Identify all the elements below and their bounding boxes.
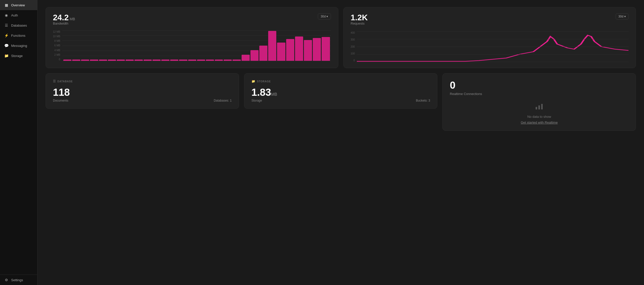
sidebar: ▦ Overview ◉ Auth ☰ Databases ⚡ Function… <box>0 0 37 285</box>
bandwidth-value: 24.2MB <box>53 13 75 22</box>
svg-rect-0 <box>536 107 537 109</box>
bar-21 <box>242 55 250 61</box>
bar-16 <box>197 60 205 61</box>
sidebar-item-auth[interactable]: ◉ Auth <box>0 10 37 20</box>
sidebar-item-functions[interactable]: ⚡ Functions <box>0 30 37 41</box>
sidebar-label-messaging: Messaging <box>11 44 27 48</box>
requests-chart: 400 300 200 100 0 <box>351 31 629 62</box>
bandwidth-chart: 12 MB 10 MB 8 MB 6 MB 4 MB 2 MB 0 <box>53 30 331 61</box>
storage-unit: MB <box>271 92 277 97</box>
bar-28 <box>304 40 312 61</box>
bar-19 <box>224 60 232 61</box>
sidebar-label-settings: Settings <box>11 278 23 282</box>
bar-6 <box>108 60 116 61</box>
bar-1 <box>63 60 71 61</box>
requests-card: 1.2K Requests 30d ▾ 400 300 200 100 0 <box>343 7 636 68</box>
storage-section-icon: 📁 <box>251 80 256 83</box>
storage-icon: 📁 <box>4 54 9 58</box>
stats-row-1: ☰ Database 118 Documents Databases: 1 📁 … <box>46 73 636 131</box>
settings-icon: ⚙ <box>4 278 9 282</box>
requests-header: 1.2K Requests 30d ▾ <box>351 13 629 29</box>
bandwidth-period-dropdown[interactable]: 30d ▾ <box>318 13 331 20</box>
database-card: ☰ Database 118 Documents Databases: 1 <box>46 73 239 109</box>
main-content: 24.2MB Bandwidth 30d ▾ 12 MB 10 MB 8 MB … <box>37 0 644 285</box>
database-value: 118 <box>53 87 232 97</box>
bar-17 <box>206 60 214 61</box>
sidebar-label-overview: Overview <box>11 3 25 7</box>
realtime-card: 0 Realtime Connections No data to show G… <box>442 73 636 131</box>
storage-card: 📁 Storage 1.83MB Storage Buckets: 3 <box>244 73 438 109</box>
messaging-icon: 💬 <box>4 44 9 48</box>
bar-27 <box>295 36 303 61</box>
bandwidth-header: 24.2MB Bandwidth 30d ▾ <box>53 13 331 29</box>
svg-rect-2 <box>541 104 543 109</box>
bandwidth-grid <box>62 30 331 61</box>
no-data-text: No data to show <box>527 115 551 119</box>
bar-3 <box>81 60 89 61</box>
sidebar-label-auth: Auth <box>11 13 18 17</box>
realtime-label: Realtime Connections <box>450 92 629 96</box>
bar-13 <box>170 60 178 61</box>
no-data-chart-icon <box>535 102 544 113</box>
sidebar-item-overview[interactable]: ▦ Overview <box>0 0 37 10</box>
bar-7 <box>117 60 125 61</box>
bandwidth-unit: MB <box>70 17 75 21</box>
svg-rect-1 <box>538 105 540 109</box>
storage-label: Storage <box>251 99 262 102</box>
bar-18 <box>215 60 223 61</box>
bar-23 <box>259 46 267 61</box>
no-data-area: No data to show Get started with Realtim… <box>450 102 629 124</box>
database-icon: ☰ <box>53 80 56 83</box>
sidebar-item-settings[interactable]: ⚙ Settings <box>0 275 37 285</box>
storage-meta: Buckets: 3 <box>416 99 430 102</box>
bar-29 <box>313 38 321 61</box>
database-meta: Databases: 1 <box>214 99 232 102</box>
bar-26 <box>286 39 294 61</box>
bandwidth-y-axis: 12 MB 10 MB 8 MB 6 MB 4 MB 2 MB 0 <box>53 30 60 61</box>
requests-value: 1.2K <box>351 13 368 22</box>
bar-10 <box>144 60 152 61</box>
bar-15 <box>188 60 196 61</box>
sidebar-item-messaging[interactable]: 💬 Messaging <box>0 41 37 51</box>
bar-11 <box>152 60 161 61</box>
storage-footer: Storage Buckets: 3 <box>251 99 430 102</box>
database-label: Documents <box>53 99 68 102</box>
auth-icon: ◉ <box>4 13 9 17</box>
bars-container <box>62 30 331 61</box>
storage-value: 1.83MB <box>251 87 430 97</box>
bar-22 <box>250 50 259 61</box>
get-started-realtime-link[interactable]: Get started with Realtime <box>521 121 558 124</box>
bandwidth-chart-area <box>62 30 331 61</box>
requests-y-axis: 400 300 200 100 0 <box>351 31 355 62</box>
requests-value-group: 1.2K Requests <box>351 13 368 29</box>
database-section-label: ☰ Database <box>53 80 232 83</box>
requests-period-dropdown[interactable]: 30d ▾ <box>616 13 629 20</box>
bandwidth-card: 24.2MB Bandwidth 30d ▾ 12 MB 10 MB 8 MB … <box>46 7 338 68</box>
bar-25 <box>277 43 285 61</box>
bar-30 <box>322 37 330 61</box>
bar-9 <box>134 60 143 61</box>
realtime-value: 0 <box>450 80 629 91</box>
sidebar-item-storage[interactable]: 📁 Storage <box>0 51 37 61</box>
bar-20 <box>232 60 241 61</box>
sidebar-item-databases[interactable]: ☰ Databases <box>0 20 37 30</box>
bar-2 <box>72 60 80 61</box>
bar-12 <box>161 60 169 61</box>
charts-row: 24.2MB Bandwidth 30d ▾ 12 MB 10 MB 8 MB … <box>46 7 636 68</box>
bar-4 <box>90 60 98 61</box>
storage-section-label: 📁 Storage <box>251 80 430 83</box>
bar-14 <box>179 60 187 61</box>
sidebar-label-functions: Functions <box>11 34 25 37</box>
requests-label: Requests <box>351 22 368 25</box>
databases-icon: ☰ <box>4 23 9 27</box>
bandwidth-value-group: 24.2MB Bandwidth <box>53 13 75 29</box>
bandwidth-label: Bandwidth <box>53 22 75 25</box>
bar-5 <box>99 60 107 61</box>
database-footer: Documents Databases: 1 <box>53 99 232 102</box>
sidebar-label-storage: Storage <box>11 54 23 58</box>
bar-8 <box>126 60 134 61</box>
overview-icon: ▦ <box>4 3 9 7</box>
bar-24 <box>268 31 276 61</box>
functions-icon: ⚡ <box>4 33 9 37</box>
sidebar-label-databases: Databases <box>11 24 27 27</box>
